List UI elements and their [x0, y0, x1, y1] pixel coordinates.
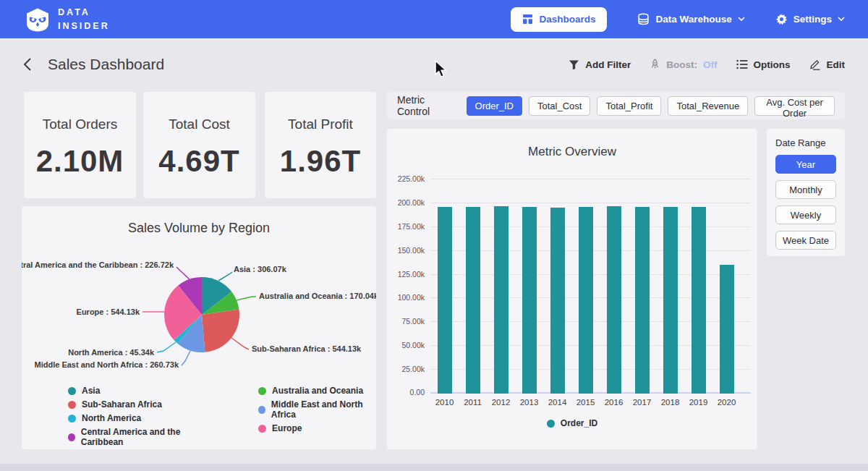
boost-label: Boost:: [666, 59, 697, 70]
x-axis-labels: 2010201120122013201420152016201720182019…: [430, 398, 741, 407]
metric-chip-total-profit[interactable]: Total_Profit: [597, 96, 661, 116]
legend-item-north-america: North America: [68, 413, 209, 423]
legend-dot: [547, 420, 555, 428]
bar-chart-legend: Order_ID: [387, 418, 757, 428]
nav-settings-button[interactable]: Settings: [775, 13, 845, 25]
metric-control-bar: Metric Control Order_IDTotal_CostTotal_P…: [387, 92, 845, 119]
boost-value: Off: [703, 59, 718, 70]
x-tick-label: 2017: [628, 398, 656, 407]
dashboard-grid-icon: [522, 14, 533, 25]
pie-slice-label: Europe : 544.13k: [77, 307, 140, 316]
kpi-label: Total Cost: [143, 116, 255, 132]
nav-dashboards-button[interactable]: Dashboards: [511, 7, 607, 32]
kpi-value: 1.96T: [265, 144, 376, 179]
legend-label: Central America and the Caribbean: [81, 427, 209, 447]
gear-icon: [775, 13, 788, 25]
nav-data-warehouse-button[interactable]: Data Warehouse: [637, 13, 744, 25]
kpi-label: Total Profit: [265, 116, 376, 132]
bar-2020: [720, 265, 734, 394]
bottom-strip: [0, 464, 868, 471]
legend-label: Order_ID: [561, 418, 597, 428]
pie-leader-line: [218, 272, 232, 281]
bar-2018: [663, 207, 678, 394]
date-range-week-date[interactable]: Week Date: [775, 231, 836, 250]
bar-column: [571, 179, 600, 394]
y-tick-label: 125.00k: [398, 270, 425, 279]
pie-slice-label: Middle East and North Africa : 260.73k: [35, 360, 179, 369]
pencil-edit-icon: [809, 59, 821, 70]
app-header: DATA INSIDER Dashboards Data Warehou: [0, 0, 868, 40]
add-filter-button[interactable]: Add Filter: [569, 59, 631, 70]
metric-control-chips: Order_IDTotal_CostTotal_ProfitTotal_Reve…: [467, 96, 835, 116]
y-tick-label: 200.00k: [398, 198, 425, 207]
date-range-year[interactable]: Year: [775, 155, 836, 174]
date-range-weekly[interactable]: Weekly: [775, 205, 836, 224]
metric-overview-card: Metric Overview 225.00k200.00k175.00k150…: [387, 129, 757, 449]
date-range-label: Date Range: [775, 137, 836, 148]
bar-column: [628, 179, 656, 394]
edit-button[interactable]: Edit: [809, 59, 846, 70]
legend-item-asia: Asia: [68, 386, 209, 396]
pie-slice-sub-saharan-africa: [202, 310, 239, 352]
legend-dot: [68, 433, 75, 441]
pie-leader-line: [157, 342, 176, 352]
date-range-monthly[interactable]: Monthly: [775, 180, 836, 199]
bar-column: [543, 179, 571, 394]
legend-dot: [258, 387, 266, 395]
date-range-card: Date Range YearMonthlyWeeklyWeek Date: [767, 129, 845, 256]
legend-label: Middle East and North Africa: [271, 399, 376, 420]
options-button[interactable]: Options: [736, 59, 791, 70]
bar-chart-plot: 225.00k200.00k175.00k150.00k125.00k100.0…: [430, 179, 751, 394]
legend-column: AsiaSub-Saharan AfricaNorth AmericaCentr…: [68, 386, 209, 447]
bar-2014: [550, 208, 565, 394]
metric-chip-total-cost[interactable]: Total_Cost: [529, 96, 590, 116]
bar-column: [430, 179, 459, 394]
y-tick-label: 50.00k: [401, 341, 425, 349]
y-tick-label: 75.00k: [401, 317, 425, 326]
legend-item-sub-saharan-africa: Sub-Saharan Africa: [68, 399, 209, 410]
x-tick-label: 2011: [459, 398, 487, 407]
bar-2012: [494, 206, 509, 394]
pie-chart: Asia : 306.07kAustralia and Oceania : 17…: [22, 242, 376, 383]
database-icon: [637, 13, 650, 25]
y-tick-label: 100.00k: [398, 293, 425, 302]
metric-chip-order-id[interactable]: Order_ID: [467, 96, 522, 116]
chevron-down-icon: [838, 17, 845, 22]
x-tick-label: 2010: [430, 398, 459, 407]
metric-chip-avg-cost-per-order[interactable]: Avg. Cost per Order: [754, 96, 835, 116]
chevron-left-icon: [23, 57, 32, 72]
rocket-icon: [650, 59, 660, 70]
pie-leader-line: [231, 338, 249, 349]
bar-2017: [635, 207, 650, 394]
list-options-icon: [736, 59, 748, 69]
back-button[interactable]: [23, 57, 32, 72]
brand-logo: DATA INSIDER: [25, 6, 110, 32]
y-tick-label: 175.00k: [398, 222, 425, 231]
pie-leader-line: [237, 297, 256, 300]
bar-2016: [607, 206, 621, 394]
bar-2013: [522, 207, 537, 394]
x-tick-label: 2019: [684, 398, 712, 407]
y-tick-label: 25.00k: [401, 365, 425, 373]
legend-dot: [258, 406, 265, 414]
filter-funnel-icon: [569, 59, 579, 70]
chevron-down-icon: [738, 17, 745, 22]
pie-slice-label: Sub-Saharan Africa : 544.13k: [252, 344, 362, 353]
bar-column: [600, 179, 628, 394]
metric-chip-total-revenue[interactable]: Total_Revenue: [668, 96, 748, 116]
x-tick-label: 2012: [487, 398, 515, 407]
pie-slice-label: North America : 45.34k: [68, 348, 155, 357]
pie-chart-legend: AsiaSub-Saharan AfricaNorth AmericaCentr…: [68, 386, 376, 447]
page-title: Sales Dashboard: [48, 56, 164, 73]
bar-column: [712, 179, 741, 394]
sales-dashboard-page: DATA INSIDER Dashboards Data Warehou: [0, 0, 868, 471]
bar-column: [656, 179, 684, 394]
bar-column: [684, 179, 712, 394]
toolbar-actions: Add Filter Boost: Off Options: [569, 59, 845, 70]
pie-slice-label: Asia : 306.07k: [234, 265, 287, 273]
bar-2019: [692, 207, 706, 394]
boost-toggle[interactable]: Boost: Off: [650, 59, 717, 70]
bar-column: [459, 179, 487, 394]
pie-slice-label: Australia and Oceania : 170.04k: [259, 292, 376, 300]
bar-column: [487, 179, 515, 394]
